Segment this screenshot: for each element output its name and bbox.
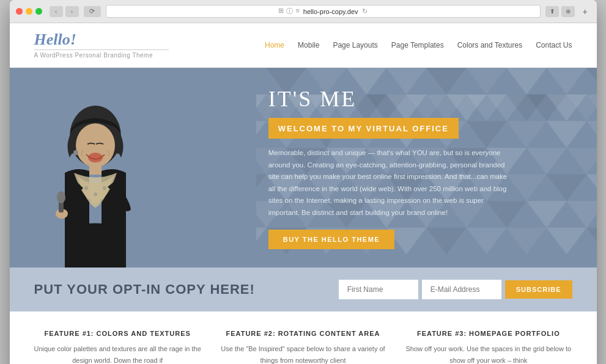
feature-3-desc: Show off your work. Use the spaces in th… xyxy=(405,343,572,364)
refresh-icon[interactable]: ⟳ xyxy=(89,7,95,15)
hero-image-area xyxy=(10,68,256,268)
svg-point-82 xyxy=(84,186,88,190)
nav-item-page-templates[interactable]: Page Templates xyxy=(391,41,444,49)
svg-point-83 xyxy=(94,192,97,196)
person-illustration xyxy=(28,103,163,268)
svg-point-90 xyxy=(73,150,78,155)
feature-1-desc: Unique color palettes and textures are a… xyxy=(34,343,201,364)
nav-item-mobile[interactable]: Mobile xyxy=(298,41,319,49)
feature-3: FEATURE #3: HOMEPAGE PORTFOLIO Show off … xyxy=(405,330,572,364)
optin-form: SUBSCRIBE xyxy=(339,280,572,299)
svg-rect-81 xyxy=(89,164,102,175)
feature-1-title: FEATURE #1: COLORS AND TEXTURES xyxy=(34,330,201,337)
browser-window: ‹ › ⟳ ⊞ ⓘ ≡ hello-pro-copy.dev ↻ ⬆ ⊕ + H… xyxy=(10,0,597,364)
url-bar[interactable]: ⊞ ⓘ ≡ hello-pro-copy.dev ↻ xyxy=(106,5,541,18)
site-nav: Home Mobile Page Layouts Page Templates … xyxy=(265,41,572,49)
hero-description: Memorable, distinct and unique — that's … xyxy=(268,147,513,219)
hero-subtitle: WELCOME TO MY VIRTUAL OFFICE xyxy=(278,124,449,133)
logo-tagline: A WordPress Personal Branding Theme xyxy=(34,52,169,59)
svg-point-86 xyxy=(100,199,103,202)
close-dot[interactable] xyxy=(16,8,23,15)
nav-item-home[interactable]: Home xyxy=(265,41,284,49)
browser-chrome: ‹ › ⟳ ⊞ ⓘ ≡ hello-pro-copy.dev ↻ ⬆ ⊕ + xyxy=(10,0,597,23)
svg-point-84 xyxy=(103,186,106,190)
hero-subtitle-box: WELCOME TO MY VIRTUAL OFFICE xyxy=(268,118,459,139)
site-content: Hello! A WordPress Personal Branding The… xyxy=(10,23,597,364)
back-button[interactable]: ‹ xyxy=(50,6,63,17)
features-section: FEATURE #1: COLORS AND TEXTURES Unique c… xyxy=(10,311,597,364)
browser-nav: ‹ › xyxy=(50,6,79,17)
logo-title: Hello! xyxy=(34,32,169,48)
logo-divider xyxy=(34,49,169,50)
hero-cta-button[interactable]: BUY THE HELLO THEME xyxy=(268,230,394,249)
add-tab-button[interactable]: + xyxy=(580,6,591,17)
maximize-dot[interactable] xyxy=(35,8,42,15)
url-text: hello-pro-copy.dev xyxy=(303,8,358,15)
site-logo: Hello! A WordPress Personal Branding The… xyxy=(34,32,169,59)
hero-section: .t1{fill:rgba(255,255,255,0.08);} .t2{fi… xyxy=(10,68,597,268)
optin-text: PUT YOUR OPT-IN COPY HERE! xyxy=(34,282,327,297)
email-input[interactable] xyxy=(422,280,501,299)
nav-item-contact[interactable]: Contact Us xyxy=(536,41,572,49)
bookmark-button[interactable]: ⊕ xyxy=(561,6,575,17)
browser-actions: ⬆ ⊕ xyxy=(545,6,575,17)
hero-title: IT'S ME xyxy=(268,86,578,112)
hero-content: IT'S ME WELCOME TO MY VIRTUAL OFFICE Mem… xyxy=(256,68,597,268)
minimize-dot[interactable] xyxy=(26,8,32,15)
feature-2-title: FEATURE #2: ROTATING CONTENT AREA xyxy=(220,330,386,337)
menu-icon: ≡ xyxy=(295,7,299,16)
url-refresh-icon: ↻ xyxy=(362,7,368,15)
optin-section: PUT YOUR OPT-IN COPY HERE! SUBSCRIBE xyxy=(10,268,597,311)
svg-point-85 xyxy=(88,199,91,202)
nav-item-page-layouts[interactable]: Page Layouts xyxy=(333,41,377,49)
share-button[interactable]: ⬆ xyxy=(545,6,559,17)
feature-1: FEATURE #1: COLORS AND TEXTURES Unique c… xyxy=(34,330,201,364)
url-left-icons: ⊞ ⓘ ≡ xyxy=(278,7,299,16)
feature-2-desc: Use the "Be Inspired" space below to sha… xyxy=(220,343,386,364)
browser-dots xyxy=(16,8,42,15)
subscribe-button[interactable]: SUBSCRIBE xyxy=(505,280,572,299)
forward-button[interactable]: › xyxy=(65,6,79,17)
grid-icon: ⊞ xyxy=(278,7,284,16)
feature-3-title: FEATURE #3: HOMEPAGE PORTFOLIO xyxy=(405,330,572,337)
feature-2: FEATURE #2: ROTATING CONTENT AREA Use th… xyxy=(220,330,386,364)
refresh-icon-area: ⟳ xyxy=(84,6,101,17)
site-header: Hello! A WordPress Personal Branding The… xyxy=(10,23,597,68)
first-name-input[interactable] xyxy=(339,280,418,299)
svg-point-89 xyxy=(57,191,65,203)
nav-item-colors-textures[interactable]: Colors and Textures xyxy=(457,41,523,49)
svg-point-80 xyxy=(88,153,103,162)
info-icon: ⓘ xyxy=(286,7,293,16)
